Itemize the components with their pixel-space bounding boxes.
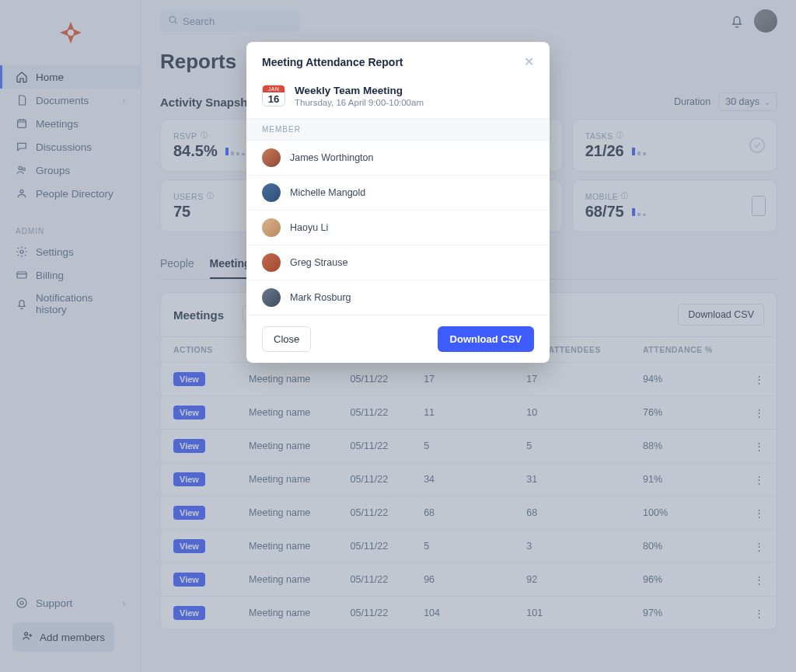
member-name: Greg Strause xyxy=(290,257,347,268)
member-column-header: MEMBER xyxy=(246,118,550,141)
member-name: Michelle Mangold xyxy=(290,187,365,198)
member-row: Mark Rosburg xyxy=(246,280,550,315)
member-name: James Worthington xyxy=(290,152,373,163)
calendar-badge: JAN 16 xyxy=(262,85,285,106)
modal-header: Meeting Attendance Report ✕ xyxy=(246,42,550,82)
meeting-time: Thursday, 16 April 9:00-10:00am xyxy=(295,98,424,107)
attendance-modal: Meeting Attendance Report ✕ JAN 16 Weekl… xyxy=(246,42,550,363)
member-avatar xyxy=(262,148,281,167)
member-name: Haoyu Li xyxy=(290,222,328,233)
member-avatar xyxy=(262,218,281,237)
member-row: Haoyu Li xyxy=(246,211,550,245)
modal-title: Meeting Attendance Report xyxy=(262,56,403,68)
member-row: James Worthington xyxy=(246,141,550,176)
member-row: Greg Strause xyxy=(246,245,550,280)
calendar-day: 16 xyxy=(263,92,285,106)
member-avatar xyxy=(262,183,281,202)
meeting-title: Weekly Team Meeting xyxy=(295,85,424,96)
close-icon[interactable]: ✕ xyxy=(524,54,534,69)
meeting-info: JAN 16 Weekly Team Meeting Thursday, 16 … xyxy=(246,82,550,118)
modal-footer: Close Download CSV xyxy=(246,315,550,363)
members-list: James WorthingtonMichelle MangoldHaoyu L… xyxy=(246,141,550,315)
modal-overlay[interactable]: Meeting Attendance Report ✕ JAN 16 Weekl… xyxy=(0,0,796,672)
calendar-month: JAN xyxy=(263,85,285,92)
member-avatar xyxy=(262,288,281,307)
member-avatar xyxy=(262,253,281,272)
member-name: Mark Rosburg xyxy=(290,292,351,303)
modal-download-button[interactable]: Download CSV xyxy=(438,326,534,352)
member-row: Michelle Mangold xyxy=(246,176,550,211)
modal-close-button[interactable]: Close xyxy=(262,326,311,352)
